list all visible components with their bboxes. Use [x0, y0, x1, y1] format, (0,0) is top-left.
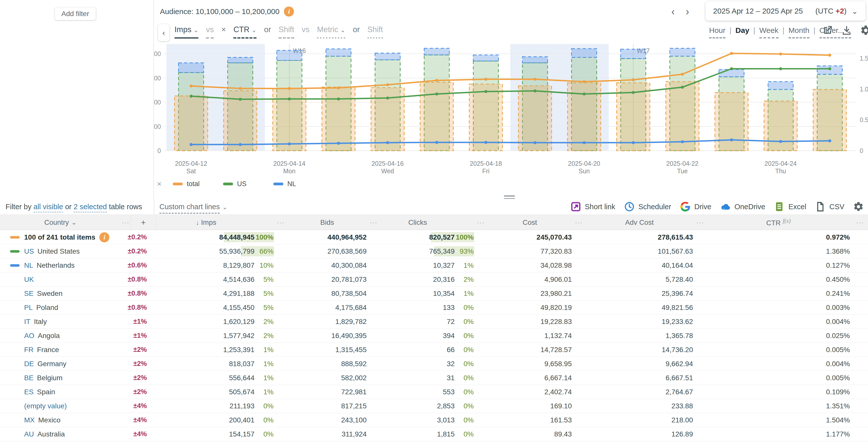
column-menu-icon[interactable]: ··· — [276, 219, 286, 226]
table-row-totals[interactable]: 100 of 241 total itemsi±0.2%84,448,94510… — [0, 230, 868, 244]
table-row[interactable]: USUnited States±0.2%55,936,79966%270,638… — [0, 244, 868, 259]
country-name: United States — [37, 247, 80, 256]
table-row[interactable]: PLPoland±0.8%4,155,4505%4,175,6841330%49… — [0, 301, 868, 315]
short-link-button[interactable]: Short link — [570, 201, 615, 212]
metric-token-vs: vs — [302, 25, 310, 37]
delta-value: ±0.8% — [121, 304, 156, 311]
column-menu-icon[interactable]: ··· — [476, 219, 486, 226]
metric-token-imps[interactable]: Imps⌄ — [175, 25, 198, 39]
next-period-button[interactable]: › — [686, 4, 689, 19]
series-swatch-empty — [10, 320, 20, 323]
clicks-value: 66 — [379, 346, 455, 354]
ctr-value: 0.127% — [705, 262, 852, 269]
country-code-link[interactable]: FR — [24, 346, 33, 354]
custom-chart-lines-dropdown[interactable]: Custom chart lines⌄ — [159, 203, 227, 211]
metric-token-vs[interactable]: vs — [206, 25, 214, 39]
country-code-link[interactable]: SE — [24, 290, 33, 298]
gear-icon[interactable] — [860, 25, 868, 36]
delta-value: ±0.2% — [121, 233, 156, 241]
table-row[interactable]: BEBelgium±2%556,6441%582,002310%6,667.14… — [0, 371, 868, 385]
column-header-imps[interactable]: ↓ Imps — [156, 218, 256, 227]
legend-item-total[interactable]: total — [173, 180, 223, 188]
table-row[interactable]: FRFrance±2%1,253,3911%1,315,455660%14,72… — [0, 343, 868, 357]
column-menu-icon[interactable]: ··· — [695, 219, 705, 226]
bids-value: 80,738,504 — [286, 290, 369, 298]
imps-value: 154,157 — [156, 430, 254, 438]
granularity-day[interactable]: Day — [736, 26, 749, 37]
table-row[interactable]: AOAngola±1%1,577,9422%16,490,3953940%1,1… — [0, 329, 868, 343]
close-icon[interactable]: × — [157, 179, 162, 189]
table-row[interactable]: NLNetherlands±0.6%8,129,80710%40,300,084… — [0, 259, 868, 272]
country-code-link[interactable]: PL — [24, 304, 33, 312]
country-name: Belgium — [37, 374, 62, 382]
info-icon[interactable]: i — [99, 232, 110, 242]
bids-value: 270,638,569 — [286, 247, 369, 256]
column-menu-icon[interactable]: ··· — [369, 219, 379, 226]
country-code-link[interactable]: IT — [24, 318, 30, 326]
csv-export-button[interactable]: CSV — [815, 201, 844, 212]
chart-panel: Audience: 10,100,000 – 10,200,000 i ‹ › … — [154, 0, 868, 199]
country-code-link[interactable]: DE — [24, 360, 34, 368]
country-code-link[interactable]: ES — [24, 388, 33, 396]
table-row[interactable]: DEGermany±2%818,0371%888,592320%9,658.95… — [0, 357, 868, 371]
table-row[interactable]: UK±0.8%4,514,6365%20,781,07320,3162%4,90… — [0, 272, 868, 286]
country-code-link[interactable]: UK — [24, 275, 34, 283]
series-swatch — [10, 236, 20, 239]
table-row[interactable]: AUAustralia±4%154,1570%311,9241,8150%89.… — [0, 427, 868, 441]
table-row[interactable]: SESweden±0.8%4,291,1885%80,738,50410,354… — [0, 286, 868, 301]
table-row[interactable]: ESSpain±2%505,6741%722,9815530%2,402.742… — [0, 385, 868, 399]
legend-item-us[interactable]: US — [223, 180, 273, 188]
table-row[interactable]: (empty value)±4%211,1930%817,2152,8530%1… — [0, 399, 868, 413]
column-header-bids[interactable]: Bids — [286, 218, 369, 227]
legend-item-nl[interactable]: NL — [273, 180, 323, 188]
filter-selected-link[interactable]: 2 selected — [74, 203, 107, 212]
granularity-hour[interactable]: Hour — [709, 26, 725, 38]
column-header-country[interactable]: Country⌄ — [0, 218, 121, 227]
imps-share: 1% — [254, 388, 276, 396]
column-menu-icon[interactable]: ··· — [574, 219, 584, 226]
utc-offset: (UTC +2) — [815, 7, 847, 15]
metric-token-ctr[interactable]: CTR⌄ — [234, 25, 256, 39]
country-code-link[interactable]: NL — [24, 262, 33, 269]
country-code-link[interactable]: AU — [24, 430, 34, 438]
prev-period-button[interactable]: ‹ — [671, 4, 675, 19]
onedrive-button[interactable]: OneDrive — [720, 201, 766, 212]
date-range-picker[interactable]: 2025 Apr 12 – 2025 Apr 25 (UTC +2) ⌄ — [706, 1, 866, 21]
google-drive-button[interactable]: Drive — [680, 201, 711, 212]
granularity-week[interactable]: Week — [760, 26, 778, 38]
column-header-cost[interactable]: Cost — [486, 218, 574, 227]
add-filter-button[interactable]: Add filter — [55, 7, 96, 20]
info-icon[interactable]: i — [284, 6, 294, 16]
filter-all-visible-link[interactable]: all visible — [33, 203, 63, 212]
clicks-share: 0% — [455, 304, 476, 312]
imps-share: 66% — [254, 247, 276, 256]
country-code-link[interactable]: AO — [24, 332, 34, 340]
combo-chart[interactable]: 02,000,0004,000,0006,000,0008,000,00000.… — [154, 38, 868, 178]
download-icon[interactable] — [841, 25, 852, 36]
delta-value: ±4% — [121, 402, 156, 410]
excel-export-button[interactable]: Excel — [774, 201, 806, 212]
country-code-link[interactable]: BE — [24, 374, 33, 382]
country-code-link[interactable]: US — [24, 247, 34, 256]
metric-selector: Imps⌄vs×CTR⌄orShiftvsMetric⌄orShift — [175, 25, 383, 39]
table-row[interactable]: MXMexico±4%200,4010%243,1003,0130%161.53… — [0, 413, 868, 427]
series-swatch-empty — [10, 391, 20, 393]
column-menu-icon[interactable]: ··· — [852, 219, 868, 226]
column-header-adv-cost[interactable]: Adv Cost — [584, 218, 695, 227]
country-code-link[interactable]: (empty value) — [24, 402, 67, 410]
open-in-new-icon[interactable] — [822, 25, 833, 36]
column-header-clicks[interactable]: Clicks — [379, 218, 457, 227]
add-column-button[interactable]: + — [131, 215, 156, 230]
metric-token-metric[interactable]: Metric⌄ — [317, 25, 345, 39]
metric-token-shift[interactable]: Shift — [279, 25, 294, 39]
column-menu-icon[interactable]: ··· — [121, 219, 131, 226]
granularity-month[interactable]: Month — [788, 26, 809, 38]
column-header-ctr[interactable]: CTRf(x) — [705, 218, 852, 227]
gear-icon[interactable] — [853, 201, 864, 212]
scheduler-button[interactable]: Scheduler — [624, 201, 671, 212]
metric-token-: × — [221, 25, 226, 37]
cost-value: 19,228.83 — [486, 318, 574, 326]
metric-token-shift[interactable]: Shift — [367, 25, 383, 39]
country-code-link[interactable]: MX — [24, 416, 35, 424]
table-row[interactable]: ITItaly±1%1,620,1292%1,829,782720%19,228… — [0, 315, 868, 329]
